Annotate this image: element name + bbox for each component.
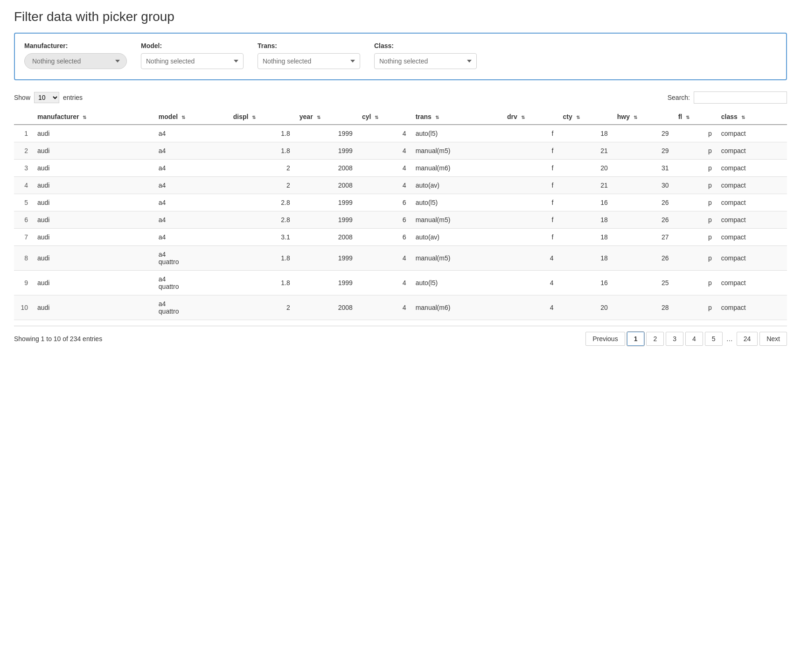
cell-model: a4 (154, 142, 229, 160)
cell-cyl: 4 (357, 246, 411, 271)
page-24-button[interactable]: 24 (737, 332, 758, 346)
page-3-button[interactable]: 3 (666, 332, 683, 346)
data-table: manufacturer ⇅ model ⇅ displ ⇅ year ⇅ cy… (14, 109, 787, 320)
cell-class: compact (717, 194, 787, 211)
cell-num: 9 (14, 271, 33, 295)
cell-cyl: 4 (357, 177, 411, 194)
col-class[interactable]: class ⇅ (717, 109, 787, 125)
cell-class: compact (717, 125, 787, 142)
class-select[interactable]: Nothing selected (374, 53, 477, 69)
picker-group: Manufacturer: Nothing selected Model: No… (14, 33, 787, 80)
cell-class: compact (717, 142, 787, 160)
cell-hwy: 26 (613, 246, 674, 271)
sort-arrows-fl: ⇅ (686, 115, 690, 120)
cell-num: 5 (14, 194, 33, 211)
cell-displ: 2.8 (229, 211, 295, 229)
col-cty[interactable]: cty ⇅ (558, 109, 612, 125)
cell-trans: auto(l5) (411, 271, 502, 295)
cell-year: 1999 (295, 125, 357, 142)
manufacturer-select[interactable]: Nothing selected (24, 53, 127, 69)
showing-entries-text: Showing 1 to 10 of 234 entries (14, 335, 102, 343)
cell-cty: 21 (558, 177, 612, 194)
page-4-button[interactable]: 4 (685, 332, 703, 346)
cell-trans: auto(av) (411, 229, 502, 246)
cell-trans: auto(l5) (411, 125, 502, 142)
cell-model: a4quattro (154, 246, 229, 271)
cell-drv: f (502, 125, 558, 142)
col-cyl[interactable]: cyl ⇅ (357, 109, 411, 125)
cell-hwy: 30 (613, 177, 674, 194)
col-displ[interactable]: displ ⇅ (229, 109, 295, 125)
cell-fl: p (674, 160, 717, 177)
class-label: Class: (374, 42, 477, 49)
cell-fl: p (674, 246, 717, 271)
cell-fl: p (674, 125, 717, 142)
cell-manufacturer: audi (33, 271, 154, 295)
previous-button[interactable]: Previous (585, 332, 625, 346)
cell-hwy: 25 (613, 271, 674, 295)
model-select[interactable]: Nothing selected (141, 53, 244, 69)
cell-displ: 1.8 (229, 125, 295, 142)
cell-cyl: 4 (357, 125, 411, 142)
table-row: 1audia41.819994auto(l5)f1829pcompact (14, 125, 787, 142)
cell-hwy: 28 (613, 295, 674, 320)
cell-fl: p (674, 177, 717, 194)
cell-trans: manual(m5) (411, 211, 502, 229)
table-header: manufacturer ⇅ model ⇅ displ ⇅ year ⇅ cy… (14, 109, 787, 125)
trans-picker: Trans: Nothing selected (258, 42, 360, 69)
col-year[interactable]: year ⇅ (295, 109, 357, 125)
cell-manufacturer: audi (33, 142, 154, 160)
cell-cyl: 6 (357, 211, 411, 229)
cell-model: a4 (154, 229, 229, 246)
model-picker: Model: Nothing selected (141, 42, 244, 69)
cell-num: 2 (14, 142, 33, 160)
cell-cty: 20 (558, 160, 612, 177)
cell-drv: f (502, 177, 558, 194)
search-input[interactable] (694, 91, 787, 104)
cell-manufacturer: audi (33, 125, 154, 142)
cell-drv: f (502, 160, 558, 177)
col-hwy[interactable]: hwy ⇅ (613, 109, 674, 125)
search-box: Search: (668, 91, 787, 104)
col-drv[interactable]: drv ⇅ (502, 109, 558, 125)
cell-drv: f (502, 211, 558, 229)
cell-model: a4quattro (154, 295, 229, 320)
cell-fl: p (674, 194, 717, 211)
cell-manufacturer: audi (33, 194, 154, 211)
cell-drv: f (502, 194, 558, 211)
cell-class: compact (717, 211, 787, 229)
col-num (14, 109, 33, 125)
cell-manufacturer: audi (33, 160, 154, 177)
cell-manufacturer: audi (33, 229, 154, 246)
cell-class: compact (717, 177, 787, 194)
table-row: 10audia4quattro220084manual(m6)42028pcom… (14, 295, 787, 320)
cell-displ: 2 (229, 295, 295, 320)
col-model[interactable]: model ⇅ (154, 109, 229, 125)
trans-select[interactable]: Nothing selected (258, 53, 360, 69)
sort-arrows-displ: ⇅ (252, 115, 256, 120)
entries-per-page-select[interactable]: 10 25 50 100 (34, 92, 59, 103)
cell-hwy: 29 (613, 125, 674, 142)
col-trans[interactable]: trans ⇅ (411, 109, 502, 125)
cell-trans: manual(m6) (411, 160, 502, 177)
cell-drv: f (502, 229, 558, 246)
next-button[interactable]: Next (759, 332, 787, 346)
col-manufacturer[interactable]: manufacturer ⇅ (33, 109, 154, 125)
cell-num: 1 (14, 125, 33, 142)
cell-fl: p (674, 295, 717, 320)
cell-cty: 16 (558, 194, 612, 211)
cell-num: 3 (14, 160, 33, 177)
cell-displ: 2 (229, 160, 295, 177)
cell-year: 1999 (295, 211, 357, 229)
cell-fl: p (674, 271, 717, 295)
cell-year: 2008 (295, 229, 357, 246)
show-label: Show (14, 94, 30, 101)
cell-drv: 4 (502, 271, 558, 295)
page-5-button[interactable]: 5 (705, 332, 723, 346)
page-1-button[interactable]: 1 (627, 332, 645, 346)
cell-trans: auto(l5) (411, 194, 502, 211)
sort-arrows-class: ⇅ (741, 115, 745, 120)
page-2-button[interactable]: 2 (646, 332, 664, 346)
col-fl[interactable]: fl ⇅ (674, 109, 717, 125)
cell-cty: 16 (558, 271, 612, 295)
